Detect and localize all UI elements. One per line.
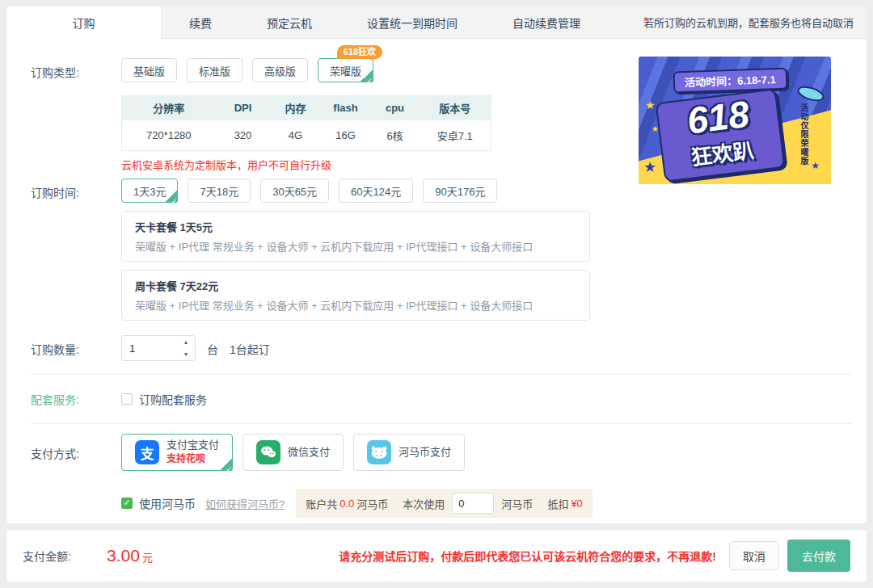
cell-resolution: 720*1280 [122,120,216,151]
services-label: 配套服务: [31,391,121,407]
col-memory: 内存 [271,96,321,120]
alipay-labels: 支付宝支付 支持花呗 [167,439,219,466]
ufo-icon [795,83,825,104]
go-pay-button[interactable]: 去付款 [787,540,850,572]
coin-unit: 河马币 [501,496,533,511]
order-time-row: 订购时间: 1天3元 7天18元 30天65元 60天124元 90天176元 … [6,178,867,321]
tab-bar: 订购 续费 预定云机 设置统一到期时间 自动续费管理 *若所订购的云机到期，配套… [6,6,867,39]
quantity-hint: 1台起订 [230,335,270,357]
cell-dpi: 320 [216,120,271,151]
hippo-coin-label: 河马币支付 [399,446,451,460]
order-type-options: 基础版 标准版 高级版 荣曜版 618狂欢 [121,58,491,82]
type-glory-button[interactable]: 荣曜版 618狂欢 [318,58,373,82]
services-checkbox-line[interactable]: 订购配套服务 [121,391,207,407]
day-package-title: 天卡套餐 1天5元 [135,219,576,234]
order-time-label: 订购时间: [31,178,121,200]
services-checkbox-label: 订购配套服务 [139,391,207,407]
cancel-button[interactable]: 取消 [729,541,779,570]
promo-badge: 618狂欢 [337,45,382,59]
expiry-note: *若所订购的云机到期，配套服务也将自动取消 [643,15,867,30]
stepper-down-icon[interactable]: ▼ [177,348,195,360]
promo-banner-618[interactable]: ★ ★ ★ ★ ★ 活动时间：6.18-7.1 618 狂欢趴 活动仅限荣曜版 [639,57,831,184]
tab-strip: 续费 预定云机 设置统一到期时间 自动续费管理 *若所订购的云机到期，配套服务也… [162,6,867,39]
stepper-buttons: ▲ ▼ [177,336,195,360]
wechat-icon [256,440,280,464]
type-standard-button[interactable]: 标准版 [187,58,242,82]
payment-methods: 支 支付宝支付 支持花呗 [121,434,593,471]
services-row: 配套服务: 订购配套服务 [6,391,867,407]
divider [31,374,852,375]
spec-table: 分辨率 DPI 内存 flash cpu 版本号 720*1280 320 4G… [121,95,491,151]
deduct-label: 抵扣 [547,496,568,511]
col-version: 版本号 [420,96,491,120]
tab-unified-expiry[interactable]: 设置统一到期时间 [340,6,485,38]
col-flash: flash [321,96,371,120]
wechat-label: 微信支付 [288,446,330,460]
star-icon: ★ [787,136,797,149]
week-package-desc: 荣曜版 + IP代理 常规业务 + 设备大师 + 云机内下载应用 + IP代理接… [135,297,576,313]
order-type-label: 订购类型: [31,58,121,80]
tab-order[interactable]: 订购 [6,6,162,39]
use-amount-prefix: 本次使用 [403,496,445,511]
quantity-stepper[interactable]: ▲ ▼ [121,335,196,361]
services-checkbox[interactable] [121,393,133,405]
divider [31,423,852,424]
time-90day-button[interactable]: 90天176元 [423,178,497,203]
type-advanced-button[interactable]: 高级版 [252,58,308,82]
how-to-get-coin-link[interactable]: 如何获得河马币? [205,496,285,511]
alipay-icon: 支 [135,440,159,464]
time-60day-button[interactable]: 60天124元 [339,178,413,203]
col-dpi: DPI [216,96,271,120]
account-suffix: 河马币 [356,496,388,511]
spec-table-row: 720*1280 320 4G 16G 6核 安卓7.1 [122,120,491,151]
use-coin-checkbox[interactable] [121,498,133,509]
time-1day-button[interactable]: 1天3元 [121,178,178,203]
pay-amount-label: 支付金额: [23,548,107,564]
wechat-method-button[interactable]: 微信支付 [242,434,344,471]
huabei-support-label: 支持花呗 [167,453,205,464]
payment-row: 支付方式: 支 支付宝支付 支持花呗 [6,434,867,523]
banner-plaque: 618 狂欢趴 [656,88,786,182]
star-icon: ★ [811,160,820,171]
day-package-card[interactable]: 天卡套餐 1天5元 荣曜版 + IP代理 常规业务 + 设备大师 + 云机内下载… [121,211,590,262]
system-note: 云机安卓系统为定制版本，用户不可自行升级 [121,157,491,172]
time-1day-label: 1天3元 [133,183,166,199]
pay-amount: 3.00元 [107,546,153,565]
no-refund-warning: 请充分测试后订购，付款后即代表您已认可该云机符合您的要求，不再退款! [339,548,716,564]
star-icon: ★ [643,158,656,176]
pay-footer-bar: 支付金额: 3.00元 请充分测试后订购，付款后即代表您已认可该云机符合您的要求… [6,530,867,582]
quantity-input[interactable] [122,336,177,360]
account-balance: 0.0 [340,498,354,510]
order-time-options: 1天3元 7天18元 30天65元 60天124元 90天176元 [121,178,590,203]
account-prefix: 账户共 [306,496,337,511]
coin-amount-input[interactable] [452,493,494,514]
tab-renew[interactable]: 续费 [162,6,239,38]
time-7day-button[interactable]: 7天18元 [188,178,251,203]
type-basic-button[interactable]: 基础版 [121,58,177,82]
deduct-value: ¥0 [571,498,582,510]
order-type-content: 基础版 标准版 高级版 荣曜版 618狂欢 分辨率 DPI [121,58,491,172]
week-package-title: 周卡套餐 7天22元 [135,278,576,293]
time-30day-button[interactable]: 30天65元 [260,178,329,203]
alipay-method-button[interactable]: 支 支付宝支付 支持花呗 [121,434,233,471]
hippo-icon [367,440,391,464]
coin-balance-strip: 账户共0.0河马币 本次使用 河马币 抵扣¥0 [296,489,593,518]
banner-side-text: 活动仅限荣曜版 [798,103,810,173]
hippo-coin-method-button[interactable]: 河马币支付 [353,434,465,471]
cell-flash: 16G [321,120,371,151]
payment-label: 支付方式: [31,434,121,461]
use-coin-checkbox-line[interactable]: 使用河马币 [121,495,196,511]
cell-version: 安卓7.1 [420,120,491,151]
tab-reserve[interactable]: 预定云机 [239,6,340,38]
quantity-row: 订购数量: ▲ ▼ 台 1台起订 [6,335,867,361]
quantity-unit: 台 [207,335,218,357]
week-package-card[interactable]: 周卡套餐 7天22元 荣曜版 + IP代理 常规业务 + 设备大师 + 云机内下… [121,270,590,321]
order-time-content: 1天3元 7天18元 30天65元 60天124元 90天176元 天卡套餐 1… [121,178,590,321]
tab-auto-renew-management[interactable]: 自动续费管理 [485,6,608,38]
cell-cpu: 6核 [371,120,420,151]
stepper-up-icon[interactable]: ▲ [177,336,195,348]
order-card: 订购 续费 预定云机 设置统一到期时间 自动续费管理 *若所订购的云机到期，配套… [6,6,867,523]
use-coin-label: 使用河马币 [139,495,196,511]
asterisk-icon: * [643,15,647,27]
type-glory-label: 荣曜版 [330,63,361,78]
